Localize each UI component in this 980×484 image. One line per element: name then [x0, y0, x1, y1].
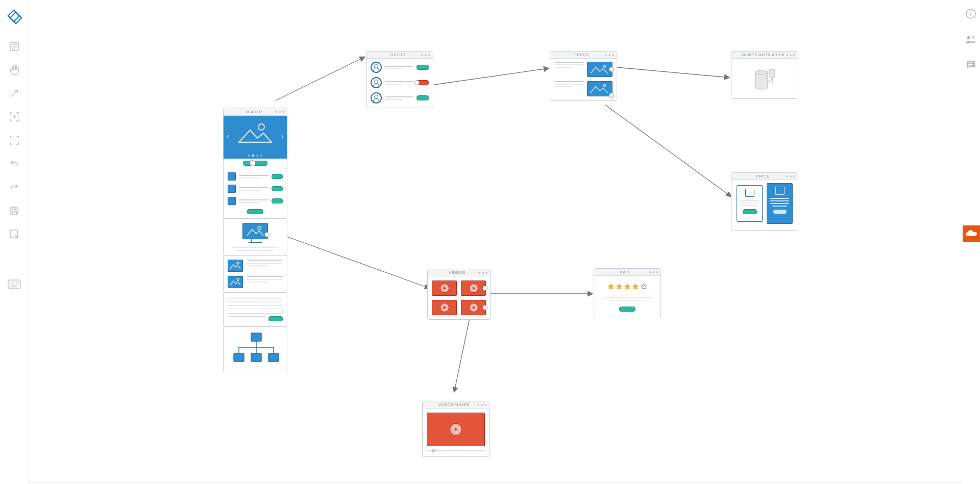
rate-title: RATE — [604, 270, 647, 274]
user-avatar-icon — [371, 62, 382, 73]
tool-save[interactable] — [7, 203, 22, 218]
canvas[interactable]: HEADER ‹ › — [29, 0, 962, 484]
svg-rect-28 — [770, 69, 775, 78]
svg-rect-23 — [251, 353, 261, 362]
panel-video-player[interactable]: VIDEOS PLAYER — [422, 401, 489, 457]
svg-rect-24 — [268, 353, 279, 362]
panel-under-construction[interactable]: UNDER CONSTRUCTION — [731, 51, 798, 99]
feeds-title: FEEDS — [560, 53, 603, 57]
svg-line-16 — [454, 318, 470, 392]
tool-hand[interactable] — [7, 62, 22, 78]
tool-zoom-target[interactable] — [7, 109, 22, 124]
users-title: USERS — [376, 53, 420, 57]
tool-export[interactable] — [7, 226, 22, 242]
star-icon[interactable] — [632, 283, 639, 290]
panel-image[interactable] — [223, 218, 287, 256]
svg-line-14 — [276, 233, 429, 288]
svg-line-10 — [276, 57, 364, 100]
chevron-right-icon[interactable]: › — [281, 132, 284, 140]
right-rail — [962, 0, 980, 484]
svg-point-25 — [603, 65, 606, 68]
panel-rate[interactable]: RATE — [594, 268, 661, 318]
panel-price[interactable]: PRICE — [731, 172, 798, 231]
svg-point-19 — [237, 262, 239, 264]
tool-cards[interactable] — [7, 39, 22, 54]
panel-header[interactable]: HEADER ‹ › — [223, 108, 287, 168]
star-rating[interactable] — [607, 283, 648, 290]
anchor-icon[interactable] — [609, 67, 614, 72]
info-icon[interactable] — [964, 7, 977, 20]
header-column[interactable]: HEADER ‹ › — [223, 108, 287, 372]
videos-title: VIDEOS — [437, 270, 477, 275]
svg-rect-22 — [234, 353, 244, 362]
svg-point-18 — [258, 226, 261, 230]
panel-users[interactable]: USERS — [366, 51, 433, 108]
tool-fullscreen[interactable] — [7, 133, 22, 148]
user-avatar-icon — [371, 92, 382, 104]
anchor-icon[interactable] — [482, 305, 487, 310]
svg-line-13 — [605, 105, 731, 196]
tool-redo[interactable] — [7, 180, 22, 195]
svg-point-9 — [972, 36, 975, 39]
tool-arrow[interactable] — [7, 86, 22, 101]
left-toolbar — [0, 0, 29, 484]
svg-rect-21 — [251, 333, 261, 341]
canvas-baseline — [29, 482, 962, 483]
tool-undo[interactable] — [7, 156, 22, 171]
svg-point-3 — [15, 44, 16, 45]
app-logo[interactable] — [5, 7, 23, 26]
anchor-icon[interactable] — [609, 93, 614, 98]
panel-list[interactable] — [223, 168, 287, 219]
paint-bucket-icon — [750, 65, 779, 91]
chat-icon[interactable] — [964, 58, 977, 71]
header-title: HEADER — [245, 110, 262, 114]
svg-point-7 — [970, 11, 971, 12]
connections-layer — [29, 0, 962, 484]
svg-point-27 — [755, 70, 768, 74]
svg-point-8 — [967, 36, 970, 39]
star-outline-icon[interactable] — [640, 283, 647, 290]
under-title: UNDER CONSTRUCTION — [741, 53, 785, 57]
panel-feeds[interactable]: FEEDS — [550, 51, 617, 101]
panel-videos[interactable]: VIDEOS — [427, 269, 491, 320]
svg-line-11 — [434, 68, 548, 85]
cloud-badge[interactable] — [963, 225, 980, 242]
user-avatar-icon — [371, 77, 382, 88]
panel-text[interactable] — [223, 292, 287, 327]
panel-article[interactable] — [223, 255, 287, 293]
svg-rect-1 — [10, 12, 22, 24]
star-icon[interactable] — [624, 283, 631, 290]
anchor-icon[interactable] — [482, 286, 487, 291]
star-icon[interactable] — [616, 283, 623, 290]
price-title: PRICE — [741, 174, 785, 179]
svg-point-17 — [258, 124, 264, 130]
hero-carousel[interactable]: ‹ › — [224, 116, 287, 159]
share-icon[interactable] — [964, 33, 977, 46]
svg-rect-0 — [8, 10, 20, 22]
chevron-left-icon[interactable]: ‹ — [227, 132, 229, 140]
anchor-icon[interactable] — [414, 80, 420, 85]
video-player-title: VIDEOS PLAYER — [432, 403, 476, 406]
svg-point-20 — [237, 278, 239, 281]
svg-line-12 — [600, 66, 729, 78]
star-icon[interactable] — [607, 283, 615, 290]
panel-sitemap[interactable] — [223, 326, 287, 372]
anchor-icon[interactable] — [264, 232, 270, 237]
svg-point-26 — [603, 85, 606, 87]
tool-keyboard[interactable] — [7, 276, 22, 292]
